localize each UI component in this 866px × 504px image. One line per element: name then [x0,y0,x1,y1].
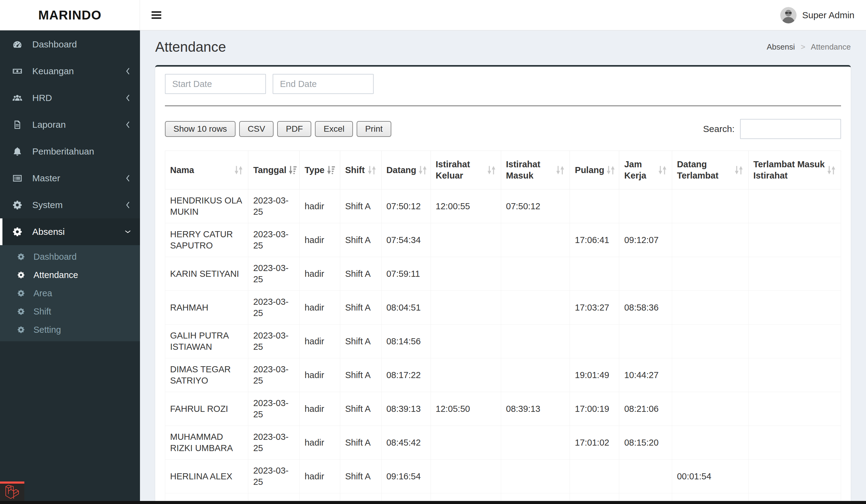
table-cell: hadir [299,325,340,358]
table-cell: 2023-03-25 [248,325,300,358]
submenu-item-label: Area [33,288,52,299]
table-cell: GALIH PUTRA ISTIAWAN [165,325,248,358]
gear-icon [15,271,27,279]
main-content: Attendance Absensi > Attendance Show 10 … [140,31,866,504]
gauge-icon [10,39,24,49]
column-header-istirahat-masuk[interactable]: Istirahat Masuk [501,151,570,190]
table-cell: Shift A [340,358,381,392]
search-box: Search: [703,119,841,139]
table-cell [748,460,841,493]
sort-icon [487,165,496,175]
app-logo[interactable]: MARINDO [0,0,140,30]
breadcrumb-parent[interactable]: Absensi [767,42,795,52]
table-cell [570,190,619,223]
excel-button[interactable]: Excel [315,121,353,137]
table-cell [672,392,748,426]
column-header-shift[interactable]: Shift [340,151,381,190]
end-date-input[interactable] [273,74,374,94]
table-cell [619,460,672,493]
table-cell: hadir [299,460,340,493]
table-cell: HENDRIKUS OLA MUKIN [165,190,248,223]
column-header-terlambat-masuk-istirahat[interactable]: Terlambat Masuk Istirahat [748,151,841,190]
sidebar-item-pemberitahuan[interactable]: Pemberitahuan [0,138,140,165]
table-cell [570,257,619,291]
table-cell [748,426,841,460]
attendance-table: NamaTanggalTypeShiftDatangIstirahat Kelu… [165,150,841,504]
gear-icon [15,253,27,261]
table-cell [748,358,841,392]
sidebar-item-absensi[interactable]: Absensi [0,219,140,245]
user-name: Super Admin [802,10,854,20]
table-cell [672,190,748,223]
table-cell [619,257,672,291]
sidebar-item-keuangan[interactable]: Keuangan [0,58,140,85]
table-cell: hadir [299,190,340,223]
column-header-datang[interactable]: Datang [381,151,431,190]
submenu-item-area[interactable]: Area [0,284,140,302]
sidebar-item-master[interactable]: Master [0,165,140,192]
csv-button[interactable]: CSV [239,121,274,137]
column-header-jam-kerja[interactable]: Jam Kerja [619,151,672,190]
sidebar-toggle-button[interactable] [148,7,164,23]
table-cell: 12:00:55 [431,190,501,223]
print-button[interactable]: Print [357,121,391,137]
table-cell [501,358,570,392]
divider [165,105,841,106]
breadcrumb-separator: > [801,42,805,52]
sort-icon [234,165,243,175]
export-buttons: Show 10 rowsCSVPDFExcelPrint [165,121,391,137]
table-header-row: NamaTanggalTypeShiftDatangIstirahat Kelu… [165,151,841,190]
search-input[interactable] [740,119,841,139]
column-header-datang-terlambat[interactable]: Datang Terlambat [672,151,748,190]
table-cell [501,291,570,325]
column-header-istirahat-keluar[interactable]: Istirahat Keluar [431,151,501,190]
sidebar-item-laporan[interactable]: Laporan [0,111,140,138]
table-cell: RAHMAH [165,291,248,325]
table-cell: 00:01:54 [672,460,748,493]
table-cell: 2023-03-25 [248,257,300,291]
sidebar-item-system[interactable]: System [0,192,140,219]
table-row: DIMAS TEGAR SATRIYO2023-03-25hadirShift … [165,358,841,392]
sidebar-item-dashboard[interactable]: Dashboard [0,31,140,58]
submenu-item-setting[interactable]: Setting [0,321,140,339]
submenu-item-shift[interactable]: Shift [0,302,140,321]
show-10-rows-button[interactable]: Show 10 rows [165,121,235,137]
table-cell: 2023-03-25 [248,460,300,493]
table-cell [748,291,841,325]
sidebar-item-label: Master [32,173,125,183]
table-cell [431,460,501,493]
gear-icon [10,200,24,210]
column-header-pulang[interactable]: Pulang [570,151,619,190]
table-row: RAHMAH2023-03-25hadirShift A08:04:5117:0… [165,291,841,325]
debugbar-toggle-button[interactable] [0,481,24,501]
submenu-item-dashboard[interactable]: Dashboard [0,248,140,266]
bell-icon [10,146,24,157]
sidebar-item-hrd[interactable]: HRD [0,85,140,111]
sort-icon [658,165,667,175]
page-title: Attendance [155,38,226,55]
table-cell: 07:59:11 [381,257,431,291]
money-icon [10,66,24,76]
column-header-nama[interactable]: Nama [165,151,248,190]
table-cell: 08:39:13 [381,392,431,426]
table-cell: 07:54:34 [381,223,431,257]
table-cell: 08:39:13 [501,392,570,426]
table-cell: 08:21:06 [619,392,672,426]
sort-icon [734,165,743,175]
debugbar[interactable] [0,501,866,504]
table-cell: 07:50:12 [501,190,570,223]
table-cell: HERRY CATUR SAPUTRO [165,223,248,257]
submenu-item-attendance[interactable]: Attendance [0,266,140,284]
users-icon [10,93,24,103]
table-cell [501,223,570,257]
column-header-type[interactable]: Type [299,151,340,190]
table-cell: hadir [299,291,340,325]
table-cell [431,325,501,358]
breadcrumb: Absensi > Attendance [767,42,851,52]
gear-icon [15,307,27,315]
start-date-input[interactable] [165,74,266,94]
pdf-button[interactable]: PDF [277,121,311,137]
table-cell: 08:58:36 [619,291,672,325]
user-menu[interactable]: Super Admin [780,7,854,23]
column-header-tanggal[interactable]: Tanggal [248,151,300,190]
